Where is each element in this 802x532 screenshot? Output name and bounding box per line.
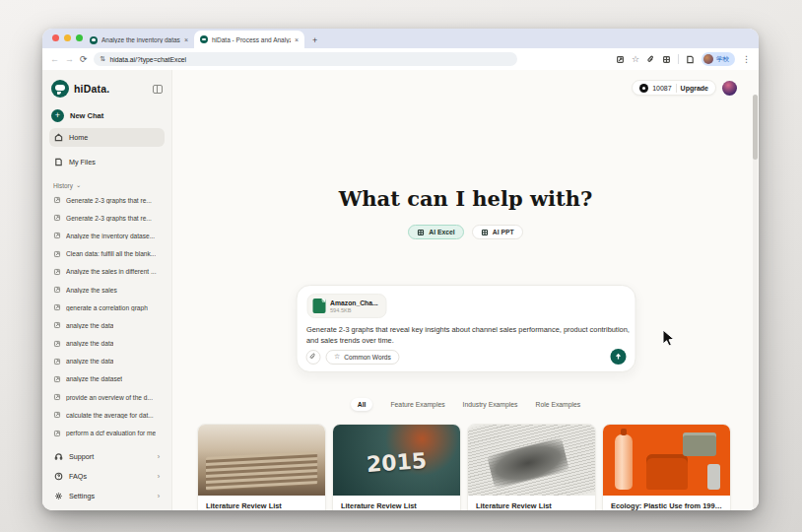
arrow-up-icon: [614, 353, 622, 361]
history-item[interactable]: analyze the data: [49, 335, 165, 353]
tab-close-icon[interactable]: ×: [184, 36, 188, 43]
history-item[interactable]: Analyze the sales in different ...: [49, 263, 165, 281]
sidebar-item-label: FAQs: [69, 472, 87, 481]
history-item[interactable]: analyze the dataset: [49, 370, 165, 388]
new-tab-button[interactable]: +: [312, 35, 317, 48]
reload-icon[interactable]: ⟳: [80, 55, 88, 64]
tab-feature-examples[interactable]: Feature Examples: [390, 401, 444, 408]
history-item[interactable]: calculate the average for dat...: [49, 406, 165, 424]
chat-doc-icon: [53, 250, 61, 258]
chevron-right-icon: ›: [158, 453, 160, 460]
browser-tab-inactive[interactable]: Analyze the inventory datas... ×: [84, 32, 194, 48]
sidebar-item-label: Support: [69, 452, 94, 461]
common-words-button[interactable]: ☆ Common Words: [325, 350, 400, 365]
sidebar-item-label: My Files: [69, 158, 96, 166]
history-item[interactable]: Clean data: fulfill all the blank...: [49, 245, 165, 263]
bookmark-star-icon[interactable]: ☆: [632, 55, 639, 64]
hidata-logo-icon: [51, 80, 69, 98]
sidebar-footer: Support › FAQs › Settings ›: [49, 443, 165, 504]
ai-ppt-label: AI PPT: [493, 229, 514, 235]
history-item[interactable]: provide an overview of the d...: [49, 388, 165, 406]
history-item-label: Clean data: fulfill all the blank...: [66, 250, 156, 257]
chat-doc-icon: [53, 375, 61, 383]
phone-shape: [707, 464, 720, 490]
history-item[interactable]: analyze the data: [49, 316, 165, 334]
back-icon[interactable]: ←: [50, 55, 59, 64]
history-item-label: Analyze the sales: [66, 287, 117, 294]
collapse-sidebar-icon[interactable]: [153, 85, 163, 94]
address-bar[interactable]: ⇅ hidata.ai/?type=chatExcel: [94, 52, 517, 66]
new-chat-button[interactable]: + New Chat: [51, 109, 163, 122]
profile-avatar: [703, 54, 713, 64]
history-item-label: Analyze the sales in different ...: [66, 268, 157, 275]
upgrade-button[interactable]: Upgrade: [681, 85, 708, 92]
sidebar-item-home[interactable]: Home: [49, 128, 165, 147]
history-item[interactable]: Generate 2-3 graphs that re...: [49, 209, 165, 227]
history-item-label: analyze the data: [66, 358, 113, 365]
scrollbar-thumb[interactable]: [753, 95, 758, 160]
attached-file-chip[interactable]: Amazon_Cha... 594.5KB: [306, 294, 387, 318]
sidebar-item-support[interactable]: Support ›: [49, 447, 165, 465]
bottle-shape: [615, 434, 633, 490]
extension-icon[interactable]: [646, 55, 655, 64]
sidebar-item-my-files[interactable]: My Files: [49, 153, 165, 171]
browser-tab-active[interactable]: hiData - Process and Analyz... ×: [194, 31, 304, 48]
chevron-right-icon: ›: [158, 473, 160, 480]
example-card[interactable]: Ecology: Plastic Use from 1990 to ... Re…: [602, 424, 731, 510]
attach-button[interactable]: [305, 350, 320, 365]
main-scrollbar[interactable]: [753, 95, 758, 508]
history-item[interactable]: Analyze the sales: [49, 281, 165, 299]
history-item[interactable]: Generate 2-3 graphs that re...: [49, 191, 165, 209]
history-item[interactable]: perform a dcf evaluation for me: [49, 424, 165, 441]
tab-close-icon[interactable]: ×: [295, 36, 299, 43]
hidata-favicon: [90, 36, 98, 44]
sidebar-item-settings[interactable]: Settings ›: [49, 487, 165, 504]
browser-menu-icon[interactable]: ⋮: [742, 55, 751, 64]
sidebar-item-faqs[interactable]: FAQs ›: [49, 467, 165, 485]
site-settings-icon[interactable]: ⇅: [100, 55, 106, 63]
file-icon: [54, 158, 63, 166]
tab-role-examples[interactable]: Role Examples: [536, 401, 581, 408]
credits-pill[interactable]: 10087 Upgrade: [632, 80, 716, 96]
window-controls[interactable]: [52, 34, 83, 41]
history-item-label: analyze the data: [66, 340, 113, 347]
divider: [676, 84, 677, 93]
divider: [678, 54, 679, 64]
tab-industry-examples[interactable]: Industry Examples: [463, 401, 518, 408]
history-section-label[interactable]: History ⌄: [53, 181, 161, 189]
prompt-input[interactable]: Generate 2-3 graphs that reveal key insi…: [306, 324, 632, 346]
share-icon[interactable]: [616, 55, 625, 64]
excel-file-icon: [312, 299, 325, 313]
example-tabs: All Feature Examples Industry Examples R…: [172, 398, 759, 411]
page-title: What can I help with?: [172, 186, 759, 211]
example-card[interactable]: 2015 Literature Review List Research: [332, 424, 461, 510]
minimize-window-button[interactable]: [64, 34, 71, 41]
example-card[interactable]: Literature Review List Research: [197, 424, 326, 510]
example-card[interactable]: Literature Review List Research: [467, 424, 596, 510]
history-item[interactable]: analyze the data: [49, 353, 165, 370]
user-avatar[interactable]: [722, 81, 737, 96]
example-cards-row: Literature Review List Research 2015 Lit…: [197, 424, 731, 510]
close-window-button[interactable]: [52, 34, 59, 41]
chat-doc-icon: [53, 303, 61, 311]
send-button[interactable]: [610, 349, 626, 365]
prompt-composer[interactable]: Amazon_Cha... 594.5KB Generate 2-3 graph…: [296, 285, 635, 372]
maximize-window-button[interactable]: [76, 34, 83, 41]
composer-footer: ☆ Common Words: [305, 349, 626, 365]
paperclip-icon: [309, 353, 317, 361]
forward-icon[interactable]: →: [65, 55, 74, 64]
mode-buttons: AI Excel AI PPT: [172, 225, 759, 239]
browser-profile-chip[interactable]: 学校: [702, 52, 735, 66]
history-item[interactable]: generate a correlation graph: [49, 299, 165, 316]
ai-excel-button[interactable]: AI Excel: [408, 225, 463, 239]
tab-all[interactable]: All: [351, 398, 373, 411]
history-item[interactable]: Analyze the inventory datase...: [49, 227, 165, 244]
coin-icon: [639, 84, 648, 93]
ai-ppt-button[interactable]: AI PPT: [472, 225, 523, 239]
chevron-right-icon: ›: [158, 493, 160, 499]
side-panel-icon[interactable]: [686, 55, 695, 64]
browser-navbar: ← → ⟳ ⇅ hidata.ai/?type=chatExcel ☆ 学校 ⋮: [42, 48, 759, 70]
puzzle-extensions-icon[interactable]: [662, 55, 671, 64]
new-chat-label: New Chat: [70, 111, 103, 120]
sidebar: hiData. + New Chat Home My Files History…: [42, 70, 172, 510]
